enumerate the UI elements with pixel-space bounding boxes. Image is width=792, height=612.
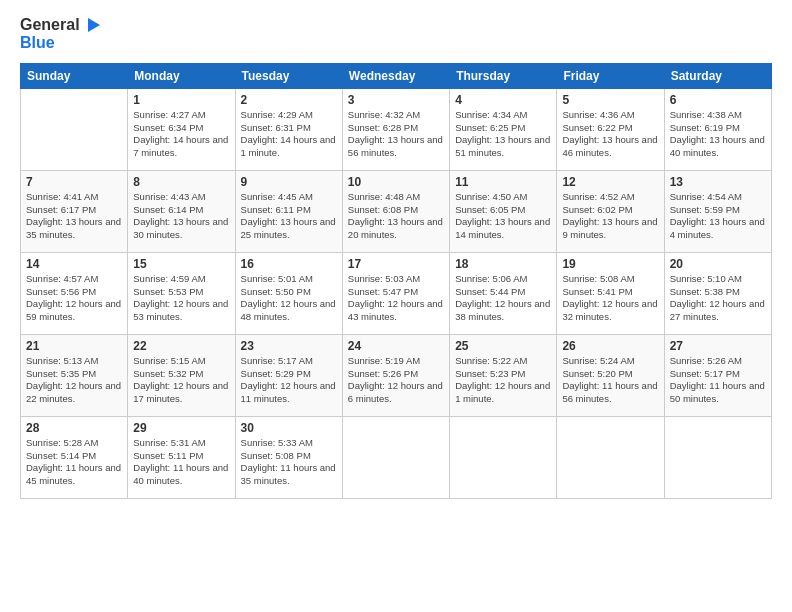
day-info: Sunrise: 4:29 AM Sunset: 6:31 PM Dayligh… [241,109,337,160]
calendar-cell: 9Sunrise: 4:45 AM Sunset: 6:11 PM Daylig… [235,170,342,252]
calendar-cell: 10Sunrise: 4:48 AM Sunset: 6:08 PM Dayli… [342,170,449,252]
day-info: Sunrise: 4:54 AM Sunset: 5:59 PM Dayligh… [670,191,766,242]
day-number: 14 [26,257,122,271]
day-info: Sunrise: 4:43 AM Sunset: 6:14 PM Dayligh… [133,191,229,242]
day-number: 22 [133,339,229,353]
day-info: Sunrise: 5:13 AM Sunset: 5:35 PM Dayligh… [26,355,122,406]
weekday-header-tuesday: Tuesday [235,63,342,88]
page: General Blue SundayMondayTuesdayWednesda… [0,0,792,612]
day-number: 2 [241,93,337,107]
header: General Blue [20,16,772,53]
day-number: 4 [455,93,551,107]
calendar-cell: 8Sunrise: 4:43 AM Sunset: 6:14 PM Daylig… [128,170,235,252]
day-number: 13 [670,175,766,189]
weekday-header-saturday: Saturday [664,63,771,88]
logo-general: General [20,16,80,34]
calendar-cell: 28Sunrise: 5:28 AM Sunset: 5:14 PM Dayli… [21,416,128,498]
calendar-cell: 23Sunrise: 5:17 AM Sunset: 5:29 PM Dayli… [235,334,342,416]
day-info: Sunrise: 5:31 AM Sunset: 5:11 PM Dayligh… [133,437,229,488]
calendar-cell: 19Sunrise: 5:08 AM Sunset: 5:41 PM Dayli… [557,252,664,334]
day-number: 26 [562,339,658,353]
weekday-header-thursday: Thursday [450,63,557,88]
day-info: Sunrise: 4:41 AM Sunset: 6:17 PM Dayligh… [26,191,122,242]
calendar-cell: 5Sunrise: 4:36 AM Sunset: 6:22 PM Daylig… [557,88,664,170]
calendar-cell: 25Sunrise: 5:22 AM Sunset: 5:23 PM Dayli… [450,334,557,416]
calendar-cell: 27Sunrise: 5:26 AM Sunset: 5:17 PM Dayli… [664,334,771,416]
calendar-cell: 29Sunrise: 5:31 AM Sunset: 5:11 PM Dayli… [128,416,235,498]
day-number: 27 [670,339,766,353]
day-info: Sunrise: 4:27 AM Sunset: 6:34 PM Dayligh… [133,109,229,160]
day-info: Sunrise: 5:15 AM Sunset: 5:32 PM Dayligh… [133,355,229,406]
calendar-cell: 14Sunrise: 4:57 AM Sunset: 5:56 PM Dayli… [21,252,128,334]
weekday-header-friday: Friday [557,63,664,88]
calendar-cell: 18Sunrise: 5:06 AM Sunset: 5:44 PM Dayli… [450,252,557,334]
calendar-cell [21,88,128,170]
day-info: Sunrise: 5:01 AM Sunset: 5:50 PM Dayligh… [241,273,337,324]
day-info: Sunrise: 4:34 AM Sunset: 6:25 PM Dayligh… [455,109,551,160]
day-info: Sunrise: 4:32 AM Sunset: 6:28 PM Dayligh… [348,109,444,160]
calendar-cell [557,416,664,498]
logo-arrow-icon [82,16,100,34]
day-info: Sunrise: 4:38 AM Sunset: 6:19 PM Dayligh… [670,109,766,160]
calendar-cell: 24Sunrise: 5:19 AM Sunset: 5:26 PM Dayli… [342,334,449,416]
day-info: Sunrise: 5:06 AM Sunset: 5:44 PM Dayligh… [455,273,551,324]
day-number: 19 [562,257,658,271]
calendar-cell: 20Sunrise: 5:10 AM Sunset: 5:38 PM Dayli… [664,252,771,334]
day-number: 17 [348,257,444,271]
day-info: Sunrise: 4:50 AM Sunset: 6:05 PM Dayligh… [455,191,551,242]
day-info: Sunrise: 5:33 AM Sunset: 5:08 PM Dayligh… [241,437,337,488]
day-number: 9 [241,175,337,189]
calendar-table: SundayMondayTuesdayWednesdayThursdayFrid… [20,63,772,499]
calendar-cell: 4Sunrise: 4:34 AM Sunset: 6:25 PM Daylig… [450,88,557,170]
calendar-cell: 7Sunrise: 4:41 AM Sunset: 6:17 PM Daylig… [21,170,128,252]
day-info: Sunrise: 5:26 AM Sunset: 5:17 PM Dayligh… [670,355,766,406]
day-number: 5 [562,93,658,107]
logo-blue: Blue [20,34,55,52]
calendar-cell [450,416,557,498]
day-info: Sunrise: 5:10 AM Sunset: 5:38 PM Dayligh… [670,273,766,324]
day-info: Sunrise: 4:57 AM Sunset: 5:56 PM Dayligh… [26,273,122,324]
day-info: Sunrise: 4:59 AM Sunset: 5:53 PM Dayligh… [133,273,229,324]
day-number: 18 [455,257,551,271]
day-number: 25 [455,339,551,353]
day-number: 10 [348,175,444,189]
calendar-cell: 26Sunrise: 5:24 AM Sunset: 5:20 PM Dayli… [557,334,664,416]
day-number: 28 [26,421,122,435]
calendar-cell [664,416,771,498]
day-info: Sunrise: 5:22 AM Sunset: 5:23 PM Dayligh… [455,355,551,406]
weekday-header-monday: Monday [128,63,235,88]
day-info: Sunrise: 5:24 AM Sunset: 5:20 PM Dayligh… [562,355,658,406]
day-info: Sunrise: 5:08 AM Sunset: 5:41 PM Dayligh… [562,273,658,324]
day-info: Sunrise: 4:48 AM Sunset: 6:08 PM Dayligh… [348,191,444,242]
day-info: Sunrise: 4:36 AM Sunset: 6:22 PM Dayligh… [562,109,658,160]
calendar-cell: 17Sunrise: 5:03 AM Sunset: 5:47 PM Dayli… [342,252,449,334]
day-info: Sunrise: 4:52 AM Sunset: 6:02 PM Dayligh… [562,191,658,242]
day-number: 21 [26,339,122,353]
calendar-cell: 1Sunrise: 4:27 AM Sunset: 6:34 PM Daylig… [128,88,235,170]
calendar-cell: 30Sunrise: 5:33 AM Sunset: 5:08 PM Dayli… [235,416,342,498]
day-info: Sunrise: 5:28 AM Sunset: 5:14 PM Dayligh… [26,437,122,488]
logo: General Blue [20,16,100,53]
day-number: 29 [133,421,229,435]
day-number: 24 [348,339,444,353]
day-info: Sunrise: 5:03 AM Sunset: 5:47 PM Dayligh… [348,273,444,324]
day-number: 12 [562,175,658,189]
day-number: 16 [241,257,337,271]
day-info: Sunrise: 5:19 AM Sunset: 5:26 PM Dayligh… [348,355,444,406]
calendar-cell: 6Sunrise: 4:38 AM Sunset: 6:19 PM Daylig… [664,88,771,170]
weekday-header-sunday: Sunday [21,63,128,88]
calendar-cell: 21Sunrise: 5:13 AM Sunset: 5:35 PM Dayli… [21,334,128,416]
calendar-cell: 13Sunrise: 4:54 AM Sunset: 5:59 PM Dayli… [664,170,771,252]
calendar-cell: 11Sunrise: 4:50 AM Sunset: 6:05 PM Dayli… [450,170,557,252]
calendar-cell: 12Sunrise: 4:52 AM Sunset: 6:02 PM Dayli… [557,170,664,252]
calendar-cell [342,416,449,498]
day-number: 23 [241,339,337,353]
calendar-cell: 22Sunrise: 5:15 AM Sunset: 5:32 PM Dayli… [128,334,235,416]
calendar-cell: 2Sunrise: 4:29 AM Sunset: 6:31 PM Daylig… [235,88,342,170]
day-number: 20 [670,257,766,271]
day-info: Sunrise: 5:17 AM Sunset: 5:29 PM Dayligh… [241,355,337,406]
day-number: 7 [26,175,122,189]
day-number: 30 [241,421,337,435]
day-number: 3 [348,93,444,107]
svg-marker-0 [88,18,100,32]
